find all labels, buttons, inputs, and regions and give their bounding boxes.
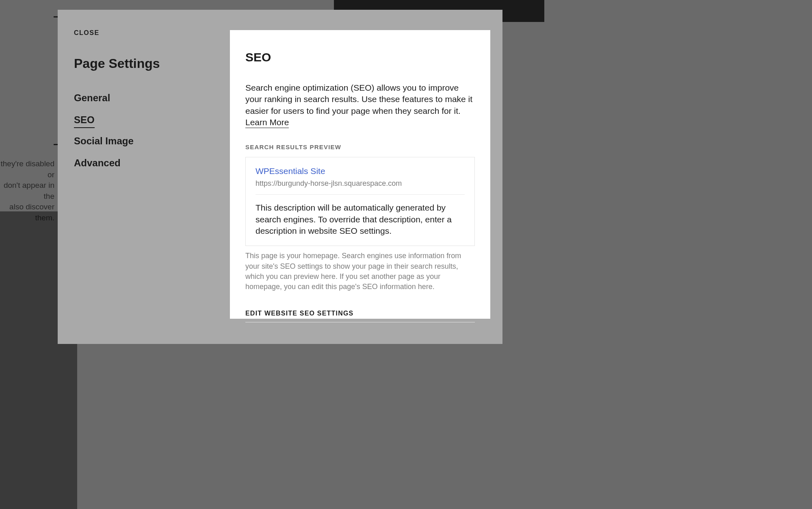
modal-sidebar: CLOSE Page Settings General SEO Social I…: [58, 10, 218, 344]
backdrop-partial-text: they're disabled or don't appear in the …: [0, 159, 57, 224]
edit-seo-settings-link[interactable]: EDIT WEBSITE SEO SETTINGS: [245, 310, 353, 317]
seo-settings-card: SEO Search engine optimization (SEO) all…: [230, 30, 490, 319]
seo-description: Search engine optimization (SEO) allows …: [245, 82, 475, 128]
nav-item-general[interactable]: General: [74, 89, 110, 107]
preview-divider: [256, 194, 465, 195]
nav-item-social-image[interactable]: Social Image: [74, 132, 134, 150]
preview-site-url: https://burgundy-horse-jlsn.squarespace.…: [256, 179, 465, 188]
page-title: Page Settings: [74, 56, 201, 71]
nav-item-advanced[interactable]: Advanced: [74, 154, 121, 172]
preview-site-title: WPEssentials Site: [256, 166, 465, 176]
learn-more-link[interactable]: Learn More: [245, 117, 289, 128]
search-preview-box: WPEssentials Site https://burgundy-horse…: [245, 157, 475, 246]
page-settings-modal: CLOSE Page Settings General SEO Social I…: [58, 10, 502, 344]
modal-content-area: SEO Search engine optimization (SEO) all…: [218, 10, 502, 344]
homepage-note: This page is your homepage. Search engin…: [245, 251, 475, 292]
close-button[interactable]: CLOSE: [74, 29, 100, 37]
bottom-divider: [245, 322, 475, 322]
nav-item-seo[interactable]: SEO: [74, 111, 95, 128]
settings-nav: General SEO Social Image Advanced: [74, 89, 201, 176]
preview-description: This description will be automatically g…: [256, 202, 465, 237]
search-preview-label: SEARCH RESULTS PREVIEW: [245, 144, 475, 150]
seo-heading: SEO: [245, 50, 475, 64]
